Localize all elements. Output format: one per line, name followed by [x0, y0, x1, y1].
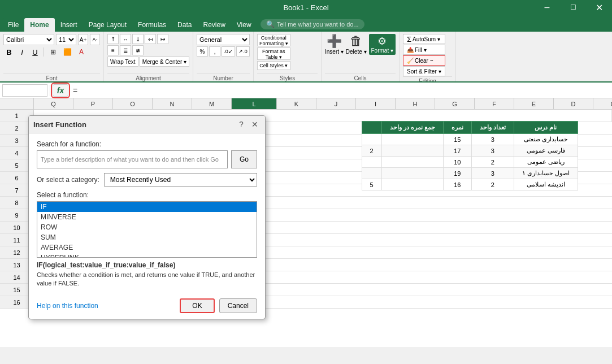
function-item-average[interactable]: AVERAGE — [37, 242, 257, 253]
function-item-minverse[interactable]: MINVERSE — [37, 212, 257, 222]
category-select[interactable]: Most Recently Used All Financial Date & … — [104, 173, 257, 187]
col-header-k[interactable]: K — [277, 98, 316, 109]
align-top-button[interactable]: ⤒ — [107, 34, 119, 44]
font-color-button[interactable]: A — [75, 46, 88, 58]
tab-insert[interactable]: Insert — [55, 18, 83, 32]
font-family-select[interactable]: Calibri — [3, 34, 54, 45]
styles-group-label: Styles — [257, 73, 318, 81]
tab-view[interactable]: View — [231, 18, 257, 32]
dialog-title: Insert Function — [33, 120, 86, 129]
table-header-col4: جمع نمره در واحد — [381, 122, 443, 134]
tell-me-input[interactable]: 🔍 Tell me what you want to do... — [261, 19, 364, 29]
table-header-col5 — [362, 122, 381, 134]
increase-decimal-button[interactable]: ↗.0 — [236, 46, 250, 57]
help-link[interactable]: Help on this function — [37, 302, 98, 310]
ok-button[interactable]: OK — [180, 298, 214, 313]
dialog-help-button[interactable]: ? — [236, 119, 247, 130]
function-list[interactable]: IF MINVERSE ROW SUM AVERAGE HYPERLINK CO… — [37, 201, 257, 258]
col-header-f[interactable]: F — [475, 98, 514, 109]
format-as-table-button[interactable]: Format asTable ▾ — [257, 47, 290, 60]
col-header-h[interactable]: H — [396, 98, 435, 109]
col-header-c[interactable]: C — [593, 98, 612, 109]
col-header-m[interactable]: M — [192, 98, 232, 109]
table-header-col1: نام درس — [514, 122, 578, 134]
table-row: فارسی عمومی 3 17 2 — [362, 145, 578, 157]
col-header-p[interactable]: P — [73, 98, 113, 109]
percent-button[interactable]: % — [197, 46, 208, 57]
bold-button[interactable]: B — [3, 46, 15, 58]
editing-group-label: Editing — [403, 76, 452, 83]
tab-page-layout[interactable]: Page Layout — [83, 18, 132, 32]
go-button[interactable]: Go — [231, 150, 257, 168]
select-function-label: Select a function: — [37, 191, 257, 199]
maximize-button[interactable]: ☐ — [560, 0, 586, 15]
minimize-button[interactable]: – — [534, 0, 560, 15]
col-header-e[interactable]: E — [514, 98, 554, 109]
function-item-sum[interactable]: SUM — [37, 232, 257, 242]
align-center-button[interactable]: ≣ — [120, 45, 131, 55]
clear-button[interactable]: 🧹 Clear ~ — [403, 55, 445, 66]
font-size-up-button[interactable]: A+ — [78, 34, 88, 45]
number-group-label: Number — [197, 73, 250, 81]
table-row: اصول حسابداری ۱ 3 19 — [362, 168, 578, 179]
fill-color-button[interactable]: 🟧 — [61, 46, 73, 58]
cells-group-label: Cells — [325, 73, 396, 81]
function-item-if[interactable]: IF — [37, 202, 257, 212]
col-header-j[interactable]: J — [316, 98, 356, 109]
font-size-select[interactable]: 11 — [56, 34, 76, 45]
tab-data[interactable]: Data — [172, 18, 197, 32]
col-header-d[interactable]: D — [554, 98, 593, 109]
dialog-close-button[interactable]: ✕ — [249, 119, 261, 130]
formula-input[interactable] — [82, 86, 610, 94]
table-row: حسابداری صنعتی 3 15 — [362, 134, 578, 145]
search-input[interactable] — [37, 150, 228, 168]
alignment-group-label: Alignment — [107, 73, 189, 81]
decrease-decimal-button[interactable]: .0↙ — [222, 46, 235, 57]
app-title: Book1 - Excel — [283, 3, 328, 12]
insert-function-dialog: Insert Function ? ✕ Search for a functio… — [28, 115, 266, 319]
fx-button[interactable]: fx — [53, 84, 68, 97]
table-row: اندیشه اسلامی 2 16 5 — [362, 179, 578, 190]
name-box[interactable] — [2, 84, 47, 97]
table-header-col2: تعداد واحد — [471, 122, 514, 134]
equals-sign: = — [71, 86, 80, 95]
tab-formulas[interactable]: Formulas — [132, 18, 172, 32]
col-header-g[interactable]: G — [435, 98, 475, 109]
underline-button[interactable]: U — [29, 46, 41, 58]
function-signature: IF(logical_test:value_if_true:value_if_f… — [37, 261, 257, 269]
function-item-row[interactable]: ROW — [37, 222, 257, 232]
conditional-formatting-button[interactable]: ConditionalFormatting ▾ — [257, 34, 290, 46]
tab-file[interactable]: File — [2, 18, 24, 32]
italic-button[interactable]: I — [16, 46, 28, 58]
align-left-button[interactable]: ≡ — [107, 45, 119, 55]
borders-button[interactable]: ⊞ — [47, 46, 59, 58]
number-format-select[interactable]: General — [197, 34, 250, 45]
indent-decrease-button[interactable]: ↤ — [145, 34, 156, 44]
sort-filter-button[interactable]: Sort & Filter ▾ — [403, 66, 445, 76]
align-middle-button[interactable]: ↔ — [120, 34, 131, 44]
align-right-button[interactable]: ≢ — [132, 45, 144, 55]
col-header-i[interactable]: I — [356, 98, 396, 109]
search-label: Search for a function: — [37, 140, 257, 148]
align-bottom-button[interactable]: ⤓ — [132, 34, 144, 44]
cell-styles-button[interactable]: Cell Styles ▾ — [257, 61, 290, 70]
fill-button[interactable]: 📥 Fill ▾ — [403, 45, 445, 55]
comma-button[interactable]: , — [209, 46, 220, 57]
merge-center-button[interactable]: Merge & Center ▾ — [140, 57, 189, 67]
close-button[interactable]: ✕ — [586, 0, 612, 15]
auto-sum-button[interactable]: Σ AutoSum ▾ — [403, 34, 445, 44]
col-header-o[interactable]: O — [113, 98, 153, 109]
font-size-down-button[interactable]: A- — [90, 34, 100, 45]
table-header-col3: نمره — [443, 122, 471, 134]
tab-home[interactable]: Home — [24, 18, 54, 32]
col-header-n[interactable]: N — [153, 98, 192, 109]
indent-increase-button[interactable]: ↦ — [157, 34, 168, 44]
category-label: Or select a category: — [37, 176, 99, 184]
cancel-button[interactable]: Cancel — [219, 298, 257, 313]
wrap-text-button[interactable]: Wrap Text — [107, 57, 138, 67]
col-header-q[interactable]: Q — [34, 98, 73, 109]
tab-review[interactable]: Review — [197, 18, 231, 32]
font-group-label: Font — [3, 73, 100, 81]
col-header-l[interactable]: L — [232, 98, 277, 109]
function-item-hyperlink[interactable]: HYPERLINK — [37, 253, 257, 258]
